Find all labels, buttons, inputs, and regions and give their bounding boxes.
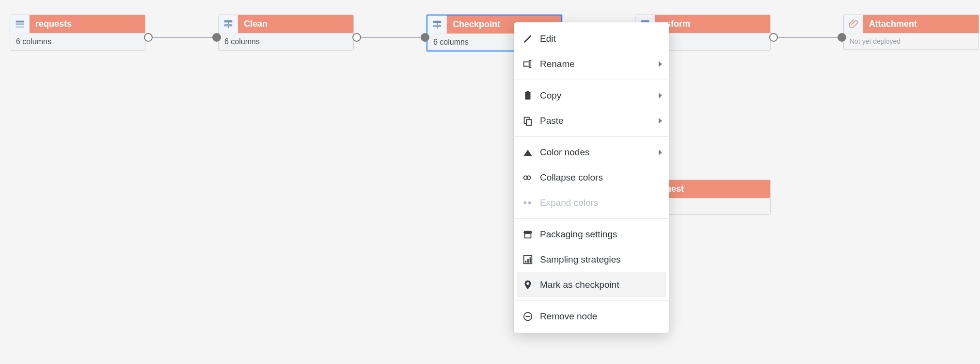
svg-rect-35 <box>527 259 529 263</box>
pin-icon <box>522 280 533 290</box>
menu-separator <box>514 218 669 219</box>
menu-remove-node[interactable]: Remove node <box>514 304 669 329</box>
remove-icon <box>522 311 533 322</box>
node-port[interactable] <box>769 33 778 42</box>
menu-paste[interactable]: Paste <box>514 108 669 133</box>
menu-separator <box>514 136 669 137</box>
node-port[interactable] <box>144 33 153 42</box>
sampling-icon <box>522 254 533 265</box>
chevron-right-icon <box>659 118 662 124</box>
chevron-right-icon <box>659 149 662 155</box>
flow-edge <box>357 37 425 38</box>
chevron-right-icon <box>659 93 662 99</box>
menu-mark-checkpoint[interactable]: Mark as checkpoint <box>517 272 666 298</box>
svg-rect-26 <box>526 119 531 125</box>
menu-item-label: Copy <box>540 90 561 101</box>
svg-rect-27 <box>524 155 532 156</box>
collapse-icon <box>522 172 533 183</box>
svg-rect-19 <box>524 62 529 66</box>
menu-item-label: Collapse colors <box>540 172 603 183</box>
menu-item-label: Packaging settings <box>540 229 617 240</box>
menu-copy[interactable]: Copy <box>514 83 669 108</box>
menu-item-label: Mark as checkpoint <box>540 280 619 290</box>
node-port[interactable] <box>212 33 221 42</box>
svg-rect-36 <box>530 257 531 263</box>
flow-canvas[interactable]: requests 6 columns Clean 6 columns Check… <box>0 0 980 364</box>
svg-rect-23 <box>525 92 531 100</box>
svg-rect-32 <box>525 233 531 238</box>
menu-item-label: Color nodes <box>540 147 589 158</box>
expand-icon <box>522 198 533 208</box>
menu-sampling-strategies[interactable]: Sampling strategies <box>514 247 669 272</box>
node-title: Attachment <box>863 15 979 33</box>
svg-point-30 <box>524 201 527 204</box>
node-title: nsform <box>655 15 770 33</box>
svg-rect-24 <box>526 91 529 93</box>
prepare-icon <box>427 16 447 33</box>
svg-rect-7 <box>433 20 441 23</box>
flow-edge <box>148 37 216 38</box>
node-port[interactable] <box>838 33 846 42</box>
svg-point-31 <box>528 201 531 204</box>
node-port[interactable] <box>421 33 429 42</box>
node-subtitle: 6 columns <box>10 33 145 50</box>
svg-rect-34 <box>525 261 527 263</box>
svg-rect-2 <box>16 26 24 28</box>
node-subtitle: Not yet deployed <box>844 33 979 49</box>
chevron-right-icon <box>659 61 662 67</box>
menu-item-label: Expand colors <box>540 198 598 208</box>
dataset-icon <box>10 15 30 33</box>
menu-item-label: Paste <box>540 116 564 126</box>
flow-node-clean[interactable]: Clean 6 columns <box>218 15 354 50</box>
node-title: requests <box>30 15 145 33</box>
svg-rect-0 <box>16 20 24 22</box>
node-port[interactable] <box>352 33 361 42</box>
flow-edge <box>774 37 841 38</box>
node-subtitle: 6 columns <box>219 33 353 50</box>
store-icon <box>522 229 533 240</box>
menu-item-label: Rename <box>540 59 575 69</box>
menu-packaging-settings[interactable]: Packaging settings <box>514 222 669 247</box>
svg-rect-5 <box>224 24 232 27</box>
menu-item-label: Remove node <box>540 311 597 322</box>
menu-expand-colors: Expand colors <box>514 190 669 215</box>
context-menu: EditRenameCopyPasteColor nodesCollapse c… <box>514 22 669 333</box>
menu-color-nodes[interactable]: Color nodes <box>514 140 669 165</box>
menu-item-label: Sampling strategies <box>540 254 621 265</box>
svg-rect-3 <box>224 20 232 22</box>
pencil-icon <box>522 33 533 44</box>
menu-rename[interactable]: Rename <box>514 51 669 77</box>
clipboard-icon <box>522 90 533 101</box>
palette-icon <box>522 147 533 158</box>
rename-icon <box>522 59 533 69</box>
attachment-icon <box>844 15 863 33</box>
menu-collapse-colors[interactable]: Collapse colors <box>514 165 669 190</box>
paste-icon <box>522 116 533 126</box>
prepare-icon <box>219 15 238 33</box>
svg-point-37 <box>526 282 529 285</box>
flow-node-requests[interactable]: requests 6 columns <box>10 15 145 50</box>
svg-rect-1 <box>16 23 24 25</box>
node-title: quest <box>655 180 770 198</box>
menu-item-label: Edit <box>540 33 556 44</box>
menu-separator <box>514 300 669 301</box>
flow-node-attachment[interactable]: Attachment Not yet deployed <box>843 15 979 50</box>
menu-separator <box>514 80 669 80</box>
svg-rect-9 <box>433 25 441 27</box>
menu-edit[interactable]: Edit <box>514 26 669 51</box>
node-title: Clean <box>238 15 353 33</box>
